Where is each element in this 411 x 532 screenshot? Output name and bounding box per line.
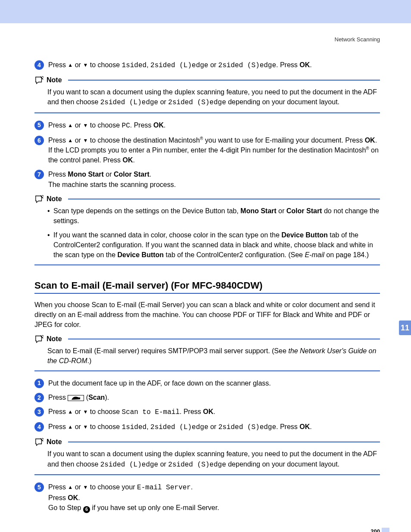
text: Press xyxy=(48,137,68,144)
ok-label: OK xyxy=(299,423,310,430)
text: Scan type depends on the settings on the… xyxy=(53,207,240,215)
text: Put the document face up in the ADF, or … xyxy=(48,378,380,388)
note-rule-bottom xyxy=(34,474,380,475)
note-rule-bottom xyxy=(34,370,380,371)
text: or xyxy=(210,423,216,430)
text: Press xyxy=(48,423,68,430)
ok-label: OK xyxy=(365,137,375,144)
step-7: 7 Press Mono Start or Color Start. The m… xyxy=(34,169,380,189)
text: Press xyxy=(48,61,68,68)
up-triangle-icon: ▲ xyxy=(68,424,73,430)
device-button: Device Button xyxy=(118,251,164,258)
note-block-2: Note • Scan type depends on the settings… xyxy=(34,195,380,265)
device-button: Device Button xyxy=(281,231,328,239)
color-start: Color Start xyxy=(114,171,149,178)
step-b2: 2 Press (Scan). xyxy=(34,392,380,402)
opt-pc: PC xyxy=(122,122,130,130)
running-header: Network Scanning xyxy=(34,36,380,43)
text: ). xyxy=(105,394,109,401)
step-number-4: 4 xyxy=(34,60,44,70)
scan-button-icon xyxy=(68,395,84,401)
step-b1: 1 Put the document face up in the ADF, o… xyxy=(34,378,380,388)
note-icon xyxy=(34,195,44,203)
step-number-5: 5 xyxy=(34,121,44,130)
chapter-tab: 11 xyxy=(399,320,411,335)
heading-rule xyxy=(34,293,380,294)
note-text: depending on your document layout. xyxy=(226,98,339,106)
text: Press xyxy=(48,394,68,401)
note-rule xyxy=(68,199,380,199)
opt-2sided-s: 2sided (S)edge xyxy=(168,461,226,469)
note-block-1: Note If you want to scan a document usin… xyxy=(34,76,380,113)
ok-label: OK xyxy=(153,121,164,129)
mono-start: Mono Start xyxy=(240,207,277,215)
note-rule-bottom xyxy=(34,112,380,113)
step-number-6: 6 xyxy=(34,136,44,145)
registered-icon: ® xyxy=(366,146,369,151)
note-icon xyxy=(34,335,44,343)
text: or xyxy=(278,207,284,215)
up-triangle-icon: ▲ xyxy=(68,62,73,68)
opt-2sided-s: 2sided (S)edge xyxy=(218,423,276,431)
text: or xyxy=(106,171,112,178)
opt-1sided: 1sided xyxy=(122,423,147,431)
note-title: Note xyxy=(47,195,62,203)
text: Go to Step xyxy=(48,504,83,511)
note-icon xyxy=(34,438,44,446)
page-number: 200 xyxy=(371,528,380,532)
text: Press xyxy=(48,121,68,129)
text: tab of the ControlCenter2 configuration.… xyxy=(164,251,305,258)
down-triangle-icon: ▼ xyxy=(83,409,88,415)
note-block-3: Note Scan to E-mail (E-mail server) requ… xyxy=(34,335,380,371)
text: The machine starts the scanning process. xyxy=(48,181,176,188)
text: . Press xyxy=(276,423,299,430)
step-b4: 4 Press ▲ or ▼ to choose 1sided, 2sided … xyxy=(34,422,380,432)
down-triangle-icon: ▼ xyxy=(83,137,88,143)
text: if you have set up only one E-mail Serve… xyxy=(90,504,219,511)
text: to choose xyxy=(90,121,120,129)
step-6: 6 Press ▲ or ▼ to choose the destination… xyxy=(34,135,380,165)
text: you want to use for E-mailing your docum… xyxy=(203,137,364,144)
step-number-4: 4 xyxy=(34,422,44,432)
step-number-3: 3 xyxy=(34,407,44,417)
down-triangle-icon: ▼ xyxy=(83,424,88,430)
text: . Press xyxy=(180,408,203,415)
step-ref-6-icon: 6 xyxy=(83,506,90,513)
opt-2sided-s: 2sided (S)edge xyxy=(168,99,226,106)
opt-2sided-l: 2sided (L)edge xyxy=(100,461,158,469)
up-triangle-icon: ▲ xyxy=(68,137,73,143)
section-heading: Scan to E-mail (E-mail server) (For MFC-… xyxy=(34,280,380,291)
note-icon xyxy=(34,76,44,84)
note-rule-bottom xyxy=(34,264,380,265)
text: Press xyxy=(48,494,68,501)
note-title: Note xyxy=(47,76,62,84)
note-block-4: Note If you want to scan a document usin… xyxy=(34,438,380,475)
down-triangle-icon: ▼ xyxy=(83,122,88,128)
text: If you want the scanned data in color, c… xyxy=(53,231,281,239)
text: to choose your xyxy=(88,483,137,491)
text: or xyxy=(75,121,81,129)
page-body: 11 Network Scanning 4 Press ▲ or ▼ to ch… xyxy=(0,36,411,532)
opt-2sided-l: 2sided (L)edge xyxy=(150,423,208,431)
note-title: Note xyxy=(47,335,62,343)
down-triangle-icon: ▼ xyxy=(83,62,88,68)
text: or xyxy=(75,137,81,144)
opt-2sided-l: 2sided (L)edge xyxy=(100,99,158,106)
text: Press xyxy=(48,171,68,178)
ok-label: OK xyxy=(68,494,78,501)
scan-label: Scan xyxy=(88,394,105,401)
text: or xyxy=(210,61,216,68)
top-banner xyxy=(0,0,411,23)
step-number-7: 7 xyxy=(34,170,44,179)
text: . Press xyxy=(130,121,153,129)
ok-label: OK xyxy=(123,156,133,164)
text: Scan to E-mail (E-mail server) requires … xyxy=(47,347,288,355)
up-triangle-icon: ▲ xyxy=(68,484,73,490)
text: or xyxy=(75,483,81,491)
ok-label: OK xyxy=(203,408,213,415)
text: or xyxy=(160,460,166,468)
text: If the LCD prompts you to enter a Pin nu… xyxy=(48,146,366,154)
text: ( xyxy=(84,394,88,401)
text: or xyxy=(75,61,81,68)
note-text: depending on your document layout. xyxy=(226,460,339,468)
